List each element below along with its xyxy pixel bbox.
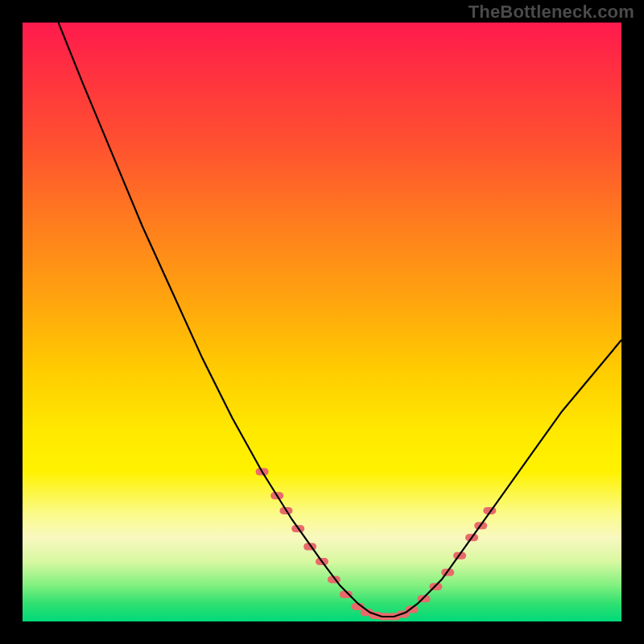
plot-area: [23, 23, 621, 621]
chart-frame: TheBottleneck.com: [0, 0, 644, 644]
marker-layer: [256, 469, 497, 621]
watermark-text: TheBottleneck.com: [469, 2, 634, 23]
bottleneck-curve: [59, 23, 621, 617]
chart-svg: [23, 23, 621, 621]
